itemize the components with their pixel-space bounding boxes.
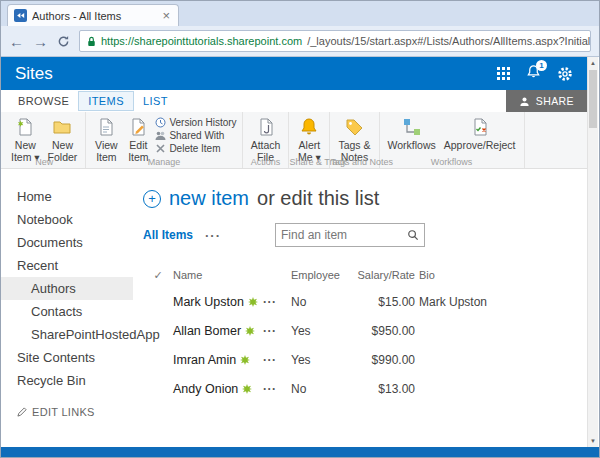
settings-gear-icon[interactable] — [557, 66, 573, 82]
approve-reject-button[interactable]: Approve/Reject — [441, 115, 519, 152]
list-view: + new item or edit this list All Items ·… — [133, 169, 587, 447]
ribbon-group-manage: View Item Edit Item Version History — [86, 112, 242, 168]
new-badge-icon — [242, 384, 252, 394]
attach-file-icon — [255, 116, 277, 138]
notifications-button[interactable]: 1 — [526, 64, 541, 83]
address-bar[interactable]: https://sharepointtutorials.sharepoint.c… — [79, 30, 591, 52]
new-item-link[interactable]: new item — [169, 187, 249, 210]
ribbon-group-new: New Item ▾ New Folder New — [3, 112, 86, 168]
view-ellipsis-button[interactable]: ··· — [205, 228, 221, 243]
item-menu-button[interactable]: ··· — [263, 353, 291, 367]
view-item-icon — [95, 116, 117, 138]
person-icon — [519, 96, 530, 107]
item-menu-button[interactable]: ··· — [263, 295, 291, 309]
table-header-row: ✓ Name Employee Salary/Rate Bio — [143, 263, 587, 287]
page-title: Sites — [15, 64, 53, 84]
vertical-scrollbar[interactable]: ▲ ▼ — [587, 57, 598, 447]
tab-list[interactable]: LIST — [134, 92, 177, 110]
cell-employee: No — [291, 382, 353, 396]
delete-item-button[interactable]: Delete Item — [155, 143, 236, 154]
group-label-workflows: Workflows — [380, 157, 524, 167]
table-row[interactable]: Imran Amin ··· Yes $990.00 — [143, 345, 587, 374]
workflows-button[interactable]: Workflows — [385, 115, 439, 152]
edit-list-link[interactable]: or edit this list — [257, 187, 379, 210]
search-input[interactable] — [281, 228, 407, 242]
cell-salary: $990.00 — [353, 353, 419, 367]
item-name[interactable]: Mark Upston — [173, 295, 263, 309]
ribbon-group-actions: Attach File Actions — [243, 112, 290, 168]
column-header-employee[interactable]: Employee — [291, 269, 353, 281]
shared-with-button[interactable]: Shared With — [155, 130, 236, 141]
scrollbar-thumb[interactable] — [589, 70, 597, 128]
group-label-new: New — [3, 157, 85, 167]
tag-icon — [343, 116, 365, 138]
browser-toolbar: ← → https://sharepointtutorials.sharepoi… — [1, 26, 599, 57]
item-menu-button[interactable]: ··· — [263, 382, 291, 396]
suite-bar-icons: 1 — [497, 64, 573, 83]
group-label-actions: Actions — [243, 157, 289, 167]
new-badge-icon — [248, 297, 258, 307]
plus-circle-icon[interactable]: + — [143, 190, 161, 208]
tab-items[interactable]: ITEMS — [78, 91, 134, 111]
column-header-bio[interactable]: Bio — [419, 269, 539, 281]
item-name[interactable]: Imran Amin — [173, 353, 263, 367]
alert-me-icon — [298, 116, 320, 138]
ribbon-tab-row: BROWSE ITEMS LIST SHARE — [1, 90, 587, 112]
cell-bio: Mark Upston — [419, 295, 539, 309]
column-header-name[interactable]: Name — [173, 269, 263, 281]
pencil-icon — [17, 407, 27, 417]
views-row: All Items ··· — [143, 223, 587, 247]
cell-employee: No — [291, 295, 353, 309]
sidebar: Home Notebook Documents Recent Authors C… — [1, 169, 133, 447]
search-icon[interactable] — [407, 229, 419, 241]
group-label-tags-notes: Tags and Notes — [330, 157, 378, 167]
approve-reject-icon — [469, 116, 491, 138]
suite-bar: Sites 1 — [1, 57, 587, 90]
app-launcher-icon[interactable] — [497, 67, 510, 80]
version-history-button[interactable]: Version History — [155, 117, 236, 128]
sidebar-item-sharepointhostedapp[interactable]: SharePointHostedApp — [1, 323, 133, 346]
ribbon-group-share-track: Alert Me ▾ Share & Track — [289, 112, 330, 168]
forward-button[interactable]: → — [33, 34, 48, 49]
cell-salary: $15.00 — [353, 295, 419, 309]
sidebar-item-authors[interactable]: Authors — [1, 277, 133, 300]
select-all-checkmark[interactable]: ✓ — [143, 269, 173, 282]
share-button[interactable]: SHARE — [506, 90, 587, 112]
sidebar-item-contacts[interactable]: Contacts — [1, 300, 133, 323]
browser-window: Authors - All Items × ← → https://sharep… — [0, 0, 600, 458]
scroll-down-icon[interactable]: ▼ — [588, 435, 598, 447]
sidebar-item-site-contents[interactable]: Site Contents — [1, 346, 133, 369]
version-history-icon — [155, 117, 166, 128]
lock-icon — [87, 36, 96, 47]
sidebar-item-home[interactable]: Home — [1, 185, 133, 208]
edit-links-button[interactable]: EDIT LINKS — [1, 406, 133, 418]
table-row[interactable]: Mark Upston ··· No $15.00 Mark Upston — [143, 287, 587, 316]
new-badge-icon — [240, 355, 250, 365]
sidebar-item-notebook[interactable]: Notebook — [1, 208, 133, 231]
view-all-items-link[interactable]: All Items — [143, 228, 193, 242]
table-row[interactable]: Andy Onion ··· No $13.00 — [143, 374, 587, 403]
back-button[interactable]: ← — [9, 34, 24, 49]
manage-small-buttons: Version History Shared With Delete Item — [155, 115, 236, 154]
edit-item-icon — [127, 116, 149, 138]
scroll-up-icon[interactable]: ▲ — [588, 57, 598, 69]
cell-salary: $950.00 — [353, 324, 419, 338]
table-row[interactable]: Allan Bomer ··· Yes $950.00 — [143, 316, 587, 345]
column-header-salary[interactable]: Salary/Rate — [353, 269, 419, 281]
item-name[interactable]: Andy Onion — [173, 382, 263, 396]
content-area: Home Notebook Documents Recent Authors C… — [1, 169, 587, 447]
refresh-button[interactable] — [57, 35, 70, 48]
items-table: ✓ Name Employee Salary/Rate Bio Mark Ups… — [143, 263, 587, 403]
cell-employee: Yes — [291, 324, 353, 338]
cell-salary: $13.00 — [353, 382, 419, 396]
item-name[interactable]: Allan Bomer — [173, 324, 263, 338]
sidebar-item-recycle-bin[interactable]: Recycle Bin — [1, 369, 133, 392]
sidebar-item-documents[interactable]: Documents — [1, 231, 133, 254]
bottom-bar — [1, 447, 599, 457]
tab-browse[interactable]: BROWSE — [9, 92, 78, 110]
browser-tab[interactable]: Authors - All Items × — [7, 4, 179, 26]
sharepoint-favicon-icon — [14, 9, 27, 22]
tab-close-icon[interactable]: × — [160, 9, 172, 22]
item-menu-button[interactable]: ··· — [263, 324, 291, 338]
group-label-manage: Manage — [86, 157, 241, 167]
